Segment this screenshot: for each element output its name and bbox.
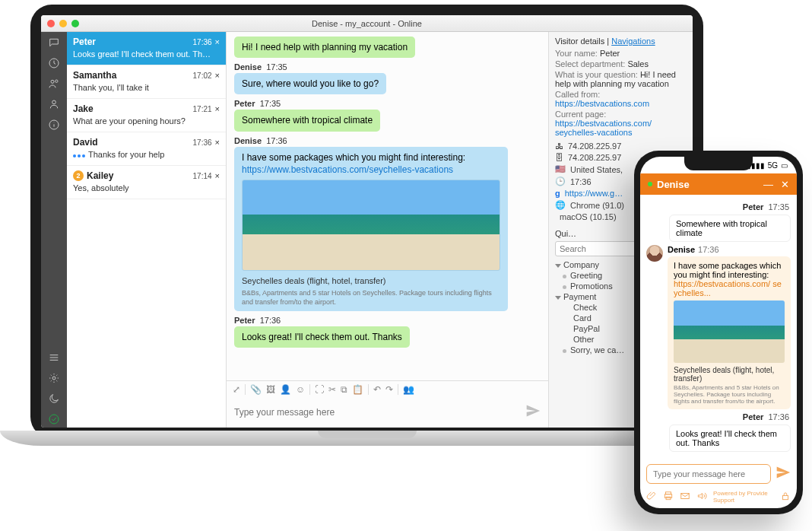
status-ok-icon[interactable] [48, 413, 60, 428]
email-icon[interactable] [680, 491, 690, 503]
user-icon[interactable] [48, 98, 60, 113]
close-icon[interactable]: × [215, 105, 220, 113]
conv-snippet: What are your opening hours? [73, 116, 220, 126]
window-controls[interactable] [47, 20, 79, 27]
clock-icon: 🕒 [555, 176, 566, 186]
close-icon[interactable]: × [215, 172, 220, 180]
package-bubble: I have some packages which you might fin… [668, 256, 791, 409]
current-page-link[interactable]: https://bestvacations.com/ seychelles-va… [555, 119, 652, 137]
operator-avatar [646, 245, 663, 262]
menu-icon[interactable] [48, 351, 60, 366]
send-button[interactable] [776, 465, 791, 483]
laptop-device: Denise - my_account - Online Peter17:36×… [0, 5, 734, 476]
user-icon[interactable]: 👤 [280, 384, 291, 395]
message-bubble: Somewhere with tropical climate [669, 215, 791, 242]
message-list: Hi! I need help with planning my vacatio… [227, 32, 548, 380]
attach-icon[interactable] [646, 491, 657, 503]
users-icon[interactable] [48, 78, 60, 92]
unread-badge: 2 [73, 170, 84, 181]
minimize-button[interactable]: — [763, 179, 773, 190]
maximize-icon[interactable] [71, 20, 79, 27]
svg-point-6 [49, 415, 59, 424]
select-icon[interactable]: ⛶ [315, 384, 324, 395]
conv-name: Kailey [87, 170, 113, 181]
flag-us-icon: 🇺🇸 [555, 164, 566, 174]
message-bubble: Hi! I need help with planning my vacatio… [234, 37, 415, 58]
laptop-bezel: Denise - my_account - Online Peter17:36×… [30, 5, 703, 438]
close-button[interactable]: ✕ [781, 179, 789, 190]
package-subcaption: B&Bs, Apartments and 5 star Hotels on Se… [242, 288, 500, 307]
send-button[interactable] [525, 403, 541, 421]
conversation-item[interactable]: David17:36× Thanks for your help [67, 132, 226, 166]
moon-icon[interactable] [48, 393, 60, 407]
clock-icon[interactable] [48, 57, 60, 72]
battery-icon: ▭ [781, 161, 788, 170]
tab-navigations[interactable]: Navigations [611, 37, 655, 46]
phone-footer: Powered by Provide Support [640, 488, 797, 508]
google-icon: g [555, 189, 560, 198]
conv-snippet: Yes, absolutely [73, 183, 220, 192]
conv-time: 17:36 [193, 38, 212, 46]
message-input[interactable] [234, 407, 525, 418]
phone-message-list: Peter 17:35 Somewhere with tropical clim… [640, 195, 797, 459]
package-image [674, 300, 785, 363]
attach-icon[interactable]: 📎 [250, 384, 262, 395]
svg-rect-10 [681, 494, 690, 499]
close-icon[interactable]: × [215, 72, 220, 80]
laptop-notch [318, 431, 417, 438]
sound-icon[interactable] [696, 491, 707, 503]
minimize-icon[interactable] [59, 20, 67, 27]
paste-icon[interactable]: 📋 [352, 384, 363, 395]
conversation-item[interactable]: 2Kailey17:14× Yes, absolutely [67, 166, 226, 199]
svg-point-2 [56, 80, 58, 82]
package-image [242, 180, 500, 271]
info-icon[interactable] [48, 119, 60, 133]
compose-area [227, 397, 548, 428]
expand-icon[interactable]: ⤢ [233, 384, 240, 395]
message-meta: Peter 17:35 [648, 202, 789, 211]
phone-app: ▮▮▮▮ 5G ▭ Denise — ✕ Peter 17:35 Somewhe… [640, 157, 797, 508]
close-icon[interactable]: × [215, 138, 220, 147]
chrome-icon: 🌐 [555, 200, 566, 210]
message-input[interactable] [646, 464, 771, 484]
phone-notch [684, 157, 753, 170]
window-title: Denise - my_account - Online [312, 19, 422, 28]
image-icon[interactable]: 🖼 [266, 384, 275, 395]
net-icon: 🖧 [555, 141, 563, 151]
close-icon[interactable]: × [215, 38, 220, 46]
message-meta: Peter 17:36 [648, 412, 789, 421]
svg-point-5 [52, 377, 56, 380]
copy-icon[interactable]: ⧉ [341, 384, 347, 395]
message-bubble: Looks great! I'll check them out. Thanks [669, 424, 791, 452]
powered-by[interactable]: Powered by Provide Support [713, 490, 774, 504]
undo-icon[interactable]: ↶ [373, 384, 381, 395]
package-bubble: I have some packages which you might fin… [234, 147, 508, 312]
message-meta: Peter 17:35 [234, 99, 541, 108]
message-meta: Denise 17:36 [234, 136, 541, 145]
redo-icon[interactable]: ↷ [385, 384, 393, 395]
message-bubble: Sure, where would you like to go? [234, 73, 386, 94]
svg-point-3 [52, 100, 56, 104]
conv-time: 17:21 [193, 105, 212, 113]
called-from-link[interactable]: https://bestvacations.com [555, 99, 649, 108]
gear-icon[interactable] [48, 372, 60, 386]
conversation-item[interactable]: Jake17:21× What are your opening hours? [67, 99, 226, 132]
typing-icon [73, 154, 85, 157]
conversation-item[interactable]: Samantha17:02× Thank you, I'll take it [67, 65, 226, 99]
chat-header: Denise — ✕ [640, 173, 797, 195]
conv-snippet: Thank you, I'll take it [73, 83, 220, 92]
close-icon[interactable] [47, 20, 55, 27]
print-icon[interactable] [663, 491, 674, 503]
referrer-link[interactable]: https://www.g… [565, 189, 623, 198]
package-lead: I have some packages which you might fin… [674, 261, 785, 279]
cobrowse-icon[interactable]: 👥 [403, 384, 414, 395]
cut-icon[interactable]: ✂ [328, 384, 336, 395]
emoji-icon[interactable]: ☺ [296, 384, 305, 395]
chat-icon[interactable] [48, 37, 60, 51]
package-link[interactable]: https://bestvacations.com/ seychelles... [674, 279, 782, 297]
tab-visitor[interactable]: Visitor details [555, 37, 604, 46]
message-meta: Denise17:36 [668, 245, 791, 254]
conversation-item[interactable]: Peter17:36× Looks great! I'll check them… [67, 32, 226, 65]
package-link[interactable]: https://www.bestvacations.com/seychelles… [242, 164, 453, 175]
svg-point-1 [51, 80, 54, 83]
